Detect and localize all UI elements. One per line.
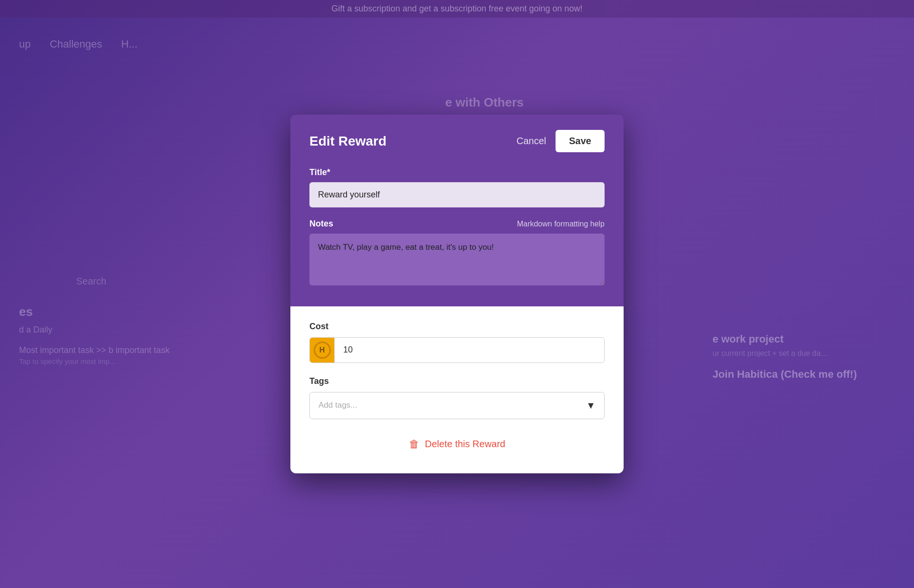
notes-textarea[interactable] bbox=[309, 234, 605, 285]
trash-icon: 🗑 bbox=[409, 438, 419, 451]
chevron-down-icon: ▼ bbox=[586, 400, 596, 411]
modal-header-actions: Cancel Save bbox=[517, 130, 605, 152]
modal-header: Edit Reward Cancel Save bbox=[309, 130, 605, 152]
delete-reward-button[interactable]: 🗑 Delete this Reward bbox=[309, 434, 605, 454]
save-button[interactable]: Save bbox=[556, 130, 605, 152]
cost-field-group: Cost H bbox=[309, 322, 605, 363]
title-field-group: Title* bbox=[309, 167, 605, 219]
tags-field-label: Tags bbox=[309, 376, 605, 386]
cancel-button[interactable]: Cancel bbox=[517, 136, 546, 147]
markdown-help-link[interactable]: Markdown formatting help bbox=[517, 220, 605, 228]
cost-input-wrapper: H bbox=[309, 337, 605, 363]
title-input[interactable] bbox=[309, 182, 605, 207]
coin-inner: H bbox=[314, 342, 331, 359]
tags-placeholder: Add tags... bbox=[318, 401, 357, 410]
delete-label: Delete this Reward bbox=[425, 439, 506, 450]
title-field-label: Title* bbox=[309, 167, 605, 177]
edit-reward-modal: Edit Reward Cancel Save Title* Notes Mar… bbox=[290, 115, 624, 473]
modal-title: Edit Reward bbox=[309, 134, 387, 149]
tags-field-group: Tags Add tags... ▼ bbox=[309, 376, 605, 419]
coin-icon: H bbox=[310, 338, 335, 363]
cost-field-label: Cost bbox=[309, 322, 605, 332]
modal-backdrop: Edit Reward Cancel Save Title* Notes Mar… bbox=[0, 0, 914, 588]
notes-field-label: Notes bbox=[309, 219, 333, 229]
modal-bottom-section: Cost H Tags Add tags... ▼ bbox=[290, 306, 624, 473]
tags-select[interactable]: Add tags... ▼ bbox=[309, 392, 605, 419]
modal-top-section: Edit Reward Cancel Save Title* Notes Mar… bbox=[290, 115, 624, 306]
coin-letter: H bbox=[319, 346, 325, 354]
notes-row: Notes Markdown formatting help bbox=[309, 219, 605, 229]
cost-input[interactable] bbox=[335, 338, 604, 362]
notes-field-group: Notes Markdown formatting help bbox=[309, 219, 605, 287]
